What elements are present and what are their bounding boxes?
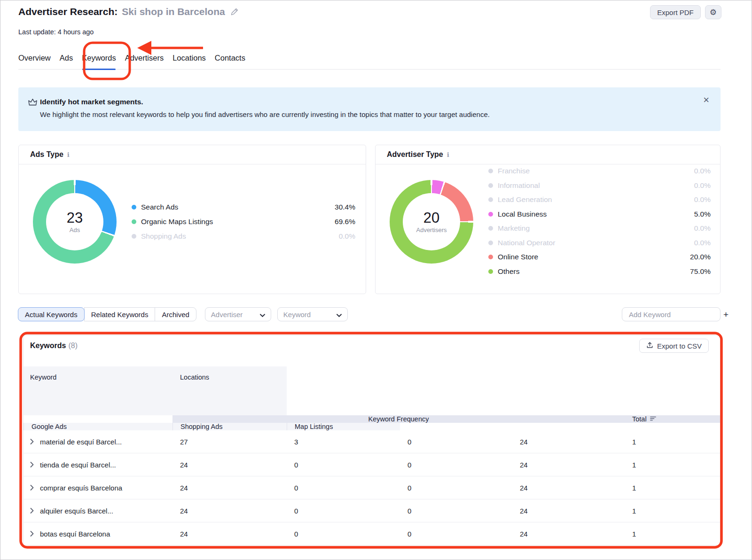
chevron-right-icon[interactable] xyxy=(30,485,34,490)
keyword-cell: botas esquí Barcelona xyxy=(24,530,172,538)
add-keyword-input[interactable] xyxy=(628,310,723,319)
table-row[interactable]: comprar esquís Barcelona 24 0 0 24 1 xyxy=(24,476,720,499)
legend-label: Online Store xyxy=(498,253,690,261)
tab[interactable]: Locations xyxy=(172,54,206,69)
legend-dot-icon xyxy=(488,197,493,202)
legend-value: 0.0% xyxy=(339,232,355,241)
tab[interactable]: Contacts xyxy=(215,54,245,69)
chevron-down-icon xyxy=(337,311,342,319)
keywords-table-header: Keyword Keyword Frequency Locations Tota… xyxy=(24,366,720,430)
google-ads-cell: 0 xyxy=(287,484,400,492)
column-header-total[interactable]: Total xyxy=(625,415,720,423)
keywords-table-title: Keywords(8) xyxy=(30,342,78,350)
shopping-ads-cell: 0 xyxy=(400,438,512,446)
column-header-locations[interactable]: Locations xyxy=(172,366,287,415)
chevron-right-icon[interactable] xyxy=(30,439,34,444)
keyword-text: tienda de esquí Barcel... xyxy=(40,461,116,469)
keywords-table-title-text: Keywords xyxy=(30,342,66,350)
google-ads-cell: 0 xyxy=(287,507,400,515)
legend-item[interactable]: Online Store 20.0% xyxy=(488,250,711,264)
tab[interactable]: Advertisers xyxy=(125,54,164,69)
advertiser-type-donut-center: 20 Advertisers xyxy=(390,180,473,264)
keyword-cell: material de esquí Barcel... xyxy=(24,438,172,446)
legend-value: 75.0% xyxy=(690,267,711,276)
legend-dot-icon xyxy=(488,212,493,217)
ads-type-card-header: Ads Type i xyxy=(19,145,366,164)
legend-label: National Operator xyxy=(498,239,694,247)
banner-description: We highlight the most relevant keywords … xyxy=(40,110,490,118)
edit-pencil-icon[interactable] xyxy=(230,8,239,16)
legend-value: 0.0% xyxy=(694,224,711,233)
table-row[interactable]: tienda de esquí Barcel... 24 0 0 24 1 xyxy=(24,453,720,476)
column-header-shopping-ads[interactable]: Shopping Ads xyxy=(172,423,287,430)
sort-descending-icon[interactable] xyxy=(650,415,656,423)
crown-icon xyxy=(28,98,38,108)
column-header-google-ads[interactable]: Google Ads xyxy=(24,423,172,430)
chevron-right-icon[interactable] xyxy=(30,508,34,513)
info-icon[interactable]: i xyxy=(67,151,70,158)
tab[interactable]: Keywords xyxy=(82,54,116,69)
info-icon[interactable]: i xyxy=(447,151,449,158)
keyword-text: alquiler esquís Barcel... xyxy=(40,507,113,515)
legend-item[interactable]: Franchise 0.0% xyxy=(488,164,711,179)
add-keyword-field: + xyxy=(622,307,721,321)
export-pdf-label: Export PDF xyxy=(657,8,694,16)
advertiser-type-title: Advertiser Type xyxy=(387,150,443,159)
tab[interactable]: Ads xyxy=(60,54,73,69)
legend-dot-icon xyxy=(488,255,493,259)
legend-item[interactable]: Search Ads 30.4% xyxy=(132,200,355,214)
legend-value: 0.0% xyxy=(694,195,711,204)
segment-button[interactable]: Related Keywords xyxy=(84,307,156,321)
ads-type-donut-center: 23 Ads xyxy=(33,180,117,264)
map-listings-cell: 24 xyxy=(512,484,625,492)
segment-button[interactable]: Actual Keywords xyxy=(18,307,85,321)
keywords-table-card: Keywords(8) Export to CSV Keyword Keywor… xyxy=(23,335,721,548)
locations-cell: 1 xyxy=(625,461,720,469)
legend-item[interactable]: Lead Generation 0.0% xyxy=(488,193,711,207)
advertiser-filter-placeholder: Advertiser xyxy=(211,311,243,319)
legend-item[interactable]: Marketing 0.0% xyxy=(488,221,711,236)
total-cell: 24 xyxy=(172,484,287,492)
ads-type-legend: Search Ads 30.4% Organic Maps Listings 6… xyxy=(132,200,355,243)
advertiser-filter-dropdown[interactable]: Advertiser xyxy=(205,307,271,321)
legend-dot-icon xyxy=(132,205,136,210)
export-csv-button[interactable]: Export to CSV xyxy=(639,339,709,353)
legend-item[interactable]: Shopping Ads 0.0% xyxy=(132,229,355,243)
keywords-segmented-control: Actual KeywordsRelated KeywordsArchived xyxy=(18,307,196,321)
table-row[interactable]: material de esquí Barcel... 27 3 0 24 1 xyxy=(24,430,720,453)
table-row[interactable]: botas esquí Barcelona 24 0 0 24 1 xyxy=(24,522,720,545)
advertiser-type-card-header: Advertiser Type i xyxy=(376,145,720,164)
legend-item[interactable]: Local Business 5.0% xyxy=(488,207,711,222)
keyword-cell: tienda de esquí Barcel... xyxy=(24,461,172,469)
legend-item[interactable]: Organic Maps Listings 69.6% xyxy=(132,214,355,229)
legend-item[interactable]: Informational 0.0% xyxy=(488,179,711,193)
annotation-arrow-head xyxy=(137,41,151,55)
google-ads-cell: 0 xyxy=(287,530,400,538)
legend-label: Lead Generation xyxy=(498,195,694,204)
banner-title: Identify hot market segments. xyxy=(40,98,143,106)
column-header-map-listings[interactable]: Map Listings xyxy=(287,423,400,430)
legend-label: Shopping Ads xyxy=(141,232,339,241)
column-header-keyword[interactable]: Keyword xyxy=(24,366,172,415)
keyword-filter-dropdown[interactable]: Keyword xyxy=(277,307,348,321)
shopping-ads-cell: 0 xyxy=(400,484,512,492)
settings-button[interactable]: ⚙ xyxy=(705,5,721,19)
export-pdf-button[interactable]: Export PDF xyxy=(650,5,701,19)
legend-label: Informational xyxy=(498,181,694,190)
ads-count-value: 23 xyxy=(67,210,83,226)
keyword-filter-placeholder: Keyword xyxy=(283,311,311,319)
advertiser-type-legend: Franchise 0.0% Informational 0.0% Lead G… xyxy=(488,164,711,279)
chevron-right-icon[interactable] xyxy=(30,531,34,537)
tab[interactable]: Overview xyxy=(18,54,51,69)
close-icon[interactable]: × xyxy=(703,95,709,105)
table-row[interactable]: ropa esquí Barcelona 24 0 0 24 1 xyxy=(24,545,720,548)
segment-button[interactable]: Archived xyxy=(155,307,196,321)
map-listings-cell: 24 xyxy=(512,438,625,446)
plus-icon[interactable]: + xyxy=(723,310,728,319)
table-row[interactable]: alquiler esquís Barcel... 24 0 0 24 1 xyxy=(24,499,720,522)
legend-item[interactable]: National Operator 0.0% xyxy=(488,236,711,250)
legend-dot-icon xyxy=(488,226,493,231)
chevron-right-icon[interactable] xyxy=(30,462,34,467)
legend-item[interactable]: Others 75.0% xyxy=(488,264,711,279)
tab-bar: OverviewAdsKeywordsAdvertisersLocationsC… xyxy=(18,54,721,70)
